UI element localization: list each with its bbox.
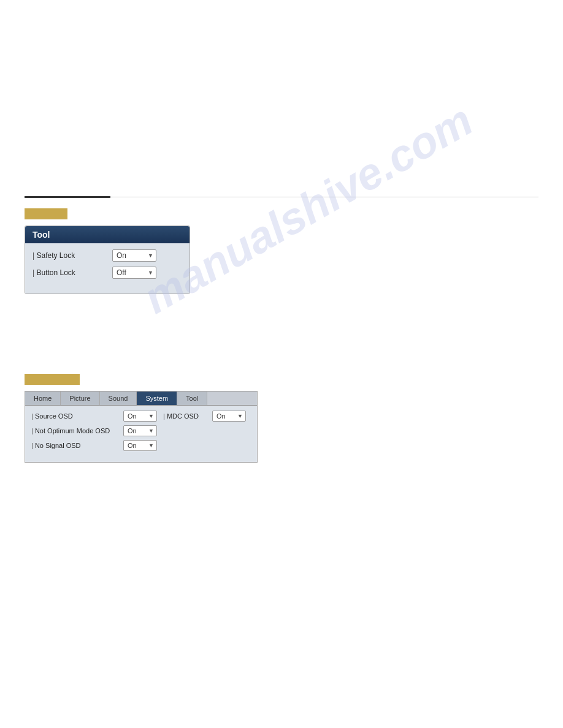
not-optimum-osd-row: Not Optimum Mode OSD On ▼ xyxy=(31,425,251,436)
no-signal-osd-label: No Signal OSD xyxy=(31,442,123,449)
section1-label-bar xyxy=(25,208,67,219)
tab-picture[interactable]: Picture xyxy=(61,392,99,405)
no-signal-osd-row: No Signal OSD On ▼ xyxy=(31,440,251,451)
button-lock-value: Off xyxy=(117,268,126,277)
safety-lock-label: Safety Lock xyxy=(33,251,112,260)
tab-sound[interactable]: Sound xyxy=(100,392,137,405)
no-signal-osd-arrow: ▼ xyxy=(148,442,154,449)
source-osd-label: Source OSD xyxy=(31,412,123,420)
not-optimum-osd-label: Not Optimum Mode OSD xyxy=(31,427,123,434)
not-optimum-osd-value: On xyxy=(128,427,137,434)
mdc-osd-value: On xyxy=(216,412,226,420)
mdc-osd-arrow: ▼ xyxy=(237,413,243,419)
top-divider xyxy=(25,196,538,198)
source-osd-row: Source OSD On ▼ MDC OSD On ▼ xyxy=(31,411,251,422)
tab-system[interactable]: System xyxy=(137,392,177,405)
mdc-osd-col: MDC OSD On ▼ xyxy=(163,411,246,422)
button-lock-arrow: ▼ xyxy=(148,270,153,276)
source-osd-select[interactable]: On ▼ xyxy=(123,411,157,422)
divider-left-line xyxy=(25,196,110,198)
section1-tool: Tool Safety Lock On ▼ Button Lock Off ▼ xyxy=(25,208,190,294)
nav-tabs: Home Picture Sound System Tool xyxy=(25,392,257,406)
source-osd-value: On xyxy=(128,412,137,420)
safety-lock-arrow: ▼ xyxy=(148,252,153,259)
button-lock-label: Button Lock xyxy=(33,268,112,277)
tool-panel: Tool Safety Lock On ▼ Button Lock Off ▼ xyxy=(25,226,190,294)
button-lock-row: Button Lock Off ▼ xyxy=(33,267,182,279)
no-signal-osd-value: On xyxy=(128,442,137,449)
divider-right-line xyxy=(110,197,538,197)
safety-lock-row: Safety Lock On ▼ xyxy=(33,249,182,262)
safety-lock-select[interactable]: On ▼ xyxy=(112,249,156,262)
mdc-osd-label: MDC OSD xyxy=(163,412,212,420)
nav-panel: Home Picture Sound System Tool Source OS… xyxy=(25,391,258,463)
tool-panel-title: Tool xyxy=(33,230,50,240)
osd-body: Source OSD On ▼ MDC OSD On ▼ Not Optimum… xyxy=(25,406,257,462)
no-signal-osd-select[interactable]: On ▼ xyxy=(123,440,157,451)
safety-lock-value: On xyxy=(117,251,126,260)
tool-panel-header: Tool xyxy=(25,226,190,243)
section2-label-bar xyxy=(25,374,80,385)
not-optimum-osd-select[interactable]: On ▼ xyxy=(123,425,157,436)
tool-panel-body: Safety Lock On ▼ Button Lock Off ▼ xyxy=(25,243,190,294)
source-osd-arrow: ▼ xyxy=(148,413,154,419)
mdc-osd-select[interactable]: On ▼ xyxy=(212,411,246,422)
button-lock-select[interactable]: Off ▼ xyxy=(112,267,156,279)
not-optimum-osd-arrow: ▼ xyxy=(148,428,154,434)
tab-tool[interactable]: Tool xyxy=(177,392,207,405)
tab-home[interactable]: Home xyxy=(25,392,61,405)
section2-osd: Home Picture Sound System Tool Source OS… xyxy=(25,374,258,463)
